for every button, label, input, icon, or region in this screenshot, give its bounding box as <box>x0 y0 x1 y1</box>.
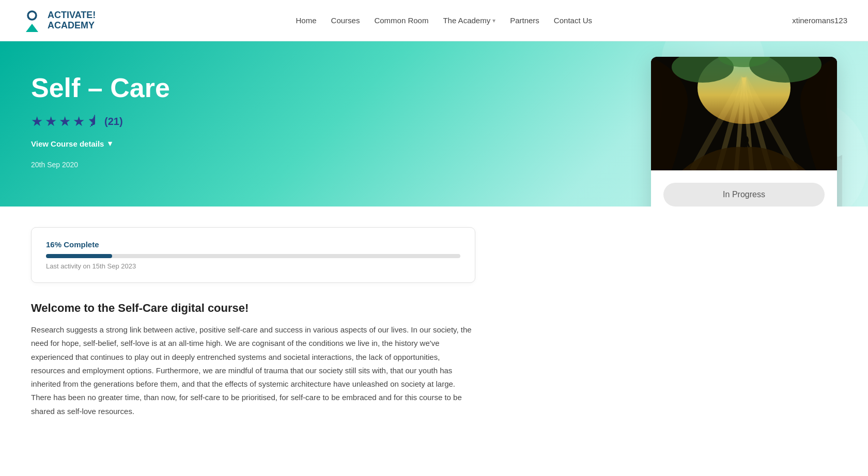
last-activity: Last activity on 15th Sep 2023 <box>46 262 460 270</box>
nav-contact-us[interactable]: Contact Us <box>554 16 592 25</box>
chevron-down-icon: ▾ <box>108 139 112 148</box>
star-1: ★ <box>31 114 43 130</box>
logo-icon <box>21 9 43 32</box>
in-progress-button[interactable]: In Progress <box>663 183 825 207</box>
course-card-body: In Progress Continue Free Course Include… <box>651 170 837 207</box>
chevron-down-icon: ▾ <box>492 17 495 24</box>
star-2: ★ <box>45 114 57 130</box>
welcome-title: Welcome to the Self-Care digital course! <box>31 302 475 315</box>
course-image <box>651 57 837 170</box>
user-account[interactable]: xtineromans123 <box>792 16 847 25</box>
course-details-toggle[interactable]: View Course details ▾ <box>31 139 444 148</box>
main-content: 16% Complete Last activity on 15th Sep 2… <box>0 207 868 439</box>
svg-marker-1 <box>26 24 38 32</box>
progress-label: 16% Complete <box>46 240 460 249</box>
nav-home[interactable]: Home <box>296 16 317 25</box>
content-area: 16% Complete Last activity on 15th Sep 2… <box>31 227 475 418</box>
star-3: ★ <box>59 114 71 130</box>
course-image-svg <box>651 57 837 170</box>
page-title: Self – Care <box>31 72 444 103</box>
navigation: ACTIVATE! ACADEMY Home Courses Common Ro… <box>0 0 868 41</box>
nav-the-academy[interactable]: The Academy ▾ <box>443 16 495 25</box>
progress-bar-fill <box>46 254 112 258</box>
nav-partners[interactable]: Partners <box>510 16 539 25</box>
nav-courses[interactable]: Courses <box>331 16 360 25</box>
welcome-text: Research suggests a strong link between … <box>31 323 475 418</box>
course-date: 20th Sep 2020 <box>31 161 444 169</box>
progress-box: 16% Complete Last activity on 15th Sep 2… <box>31 227 475 283</box>
nav-links: Home Courses Common Room The Academy ▾ P… <box>296 16 593 25</box>
svg-point-0 <box>28 11 36 20</box>
rating-stars: ★ ★ ★ ★ ⯨ (21) <box>31 114 444 130</box>
rating-count: (21) <box>104 116 123 128</box>
course-card: In Progress Continue Free Course Include… <box>651 57 837 207</box>
star-4: ★ <box>73 114 85 130</box>
star-half: ⯨ <box>87 114 100 130</box>
hero-content: Self – Care ★ ★ ★ ★ ⯨ (21) View Course d… <box>31 72 444 169</box>
progress-bar-background <box>46 254 460 258</box>
logo-text: ACTIVATE! ACADEMY <box>48 10 96 31</box>
logo[interactable]: ACTIVATE! ACADEMY <box>21 9 96 32</box>
hero-section: Self – Care ★ ★ ★ ★ ⯨ (21) View Course d… <box>0 41 868 207</box>
nav-common-room[interactable]: Common Room <box>374 16 428 25</box>
